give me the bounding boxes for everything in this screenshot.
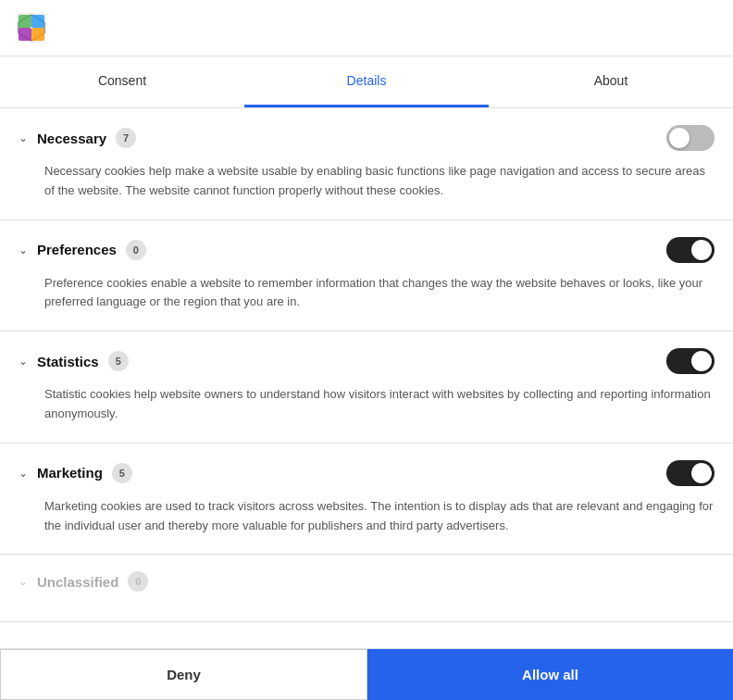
section-preferences: ⌄ Preferences 0 Preference cookies enabl… (0, 220, 733, 332)
section-necessary-badge: 7 (116, 128, 136, 148)
section-marketing-title: Marketing (37, 465, 103, 481)
toggle-preferences[interactable] (666, 237, 714, 263)
section-marketing-header: ⌄ Marketing 5 (19, 460, 714, 486)
allow-all-button[interactable]: Allow all (367, 649, 733, 700)
section-statistics: ⌄ Statistics 5 Statistic cookies help we… (0, 331, 733, 444)
footer: Deny Allow all (0, 648, 733, 700)
deny-button[interactable]: Deny (0, 649, 367, 700)
section-statistics-header: ⌄ Statistics 5 (19, 348, 714, 374)
section-unclassified-badge: 0 (128, 571, 148, 592)
section-unclassified: ⌄ Unclassified 0 (0, 555, 733, 622)
tabs: Consent Details About (0, 56, 733, 108)
section-marketing-badge: 5 (112, 463, 132, 483)
section-statistics-left: ⌄ Statistics 5 (19, 351, 129, 371)
section-necessary-header: ⌄ Necessary 7 (19, 125, 714, 151)
svg-rect-4 (19, 28, 31, 41)
section-necessary-desc: Necessary cookies help make a website us… (44, 162, 714, 201)
section-necessary-title: Necessary (37, 131, 106, 146)
toggle-marketing-slider (666, 460, 714, 486)
toggle-statistics[interactable] (666, 348, 714, 374)
section-unclassified-title: Unclassified (37, 574, 118, 590)
section-marketing: ⌄ Marketing 5 Marketing cookies are used… (0, 444, 733, 556)
svg-rect-2 (19, 15, 31, 28)
chevron-preferences-icon[interactable]: ⌄ (19, 244, 28, 256)
toggle-statistics-slider (666, 348, 714, 374)
section-marketing-left: ⌄ Marketing 5 (19, 463, 132, 483)
logo-icon (15, 11, 48, 44)
chevron-unclassified-icon[interactable]: ⌄ (19, 575, 28, 588)
svg-rect-5 (31, 28, 44, 41)
content-area: ⌄ Necessary 7 Necessary cookies help mak… (0, 108, 733, 696)
section-statistics-desc: Statistic cookies help website owners to… (44, 385, 714, 424)
toggle-necessary-slider (666, 125, 714, 151)
chevron-statistics-icon[interactable]: ⌄ (19, 355, 28, 368)
tab-details[interactable]: Details (244, 56, 489, 107)
tab-about[interactable]: About (489, 56, 733, 107)
section-preferences-left: ⌄ Preferences 0 (19, 240, 146, 260)
section-preferences-header: ⌄ Preferences 0 (19, 237, 714, 263)
toggle-necessary[interactable] (666, 125, 714, 151)
chevron-marketing-icon[interactable]: ⌄ (19, 467, 28, 480)
section-statistics-title: Statistics (37, 354, 99, 369)
section-marketing-desc: Marketing cookies are used to track visi… (44, 497, 714, 536)
section-preferences-desc: Preference cookies enable a website to r… (44, 274, 714, 313)
section-necessary: ⌄ Necessary 7 Necessary cookies help mak… (0, 108, 733, 220)
toggle-preferences-slider (666, 237, 714, 263)
section-preferences-title: Preferences (37, 242, 117, 257)
chevron-necessary-icon[interactable]: ⌄ (19, 131, 28, 144)
svg-rect-3 (31, 15, 44, 28)
header (0, 0, 733, 56)
section-unclassified-left: ⌄ Unclassified 0 (19, 571, 148, 592)
section-necessary-left: ⌄ Necessary 7 (19, 128, 136, 148)
section-statistics-badge: 5 (108, 351, 129, 371)
toggle-marketing[interactable] (666, 460, 714, 486)
tab-consent[interactable]: Consent (0, 56, 244, 107)
section-preferences-badge: 0 (126, 240, 146, 260)
section-unclassified-header: ⌄ Unclassified 0 (19, 571, 714, 592)
